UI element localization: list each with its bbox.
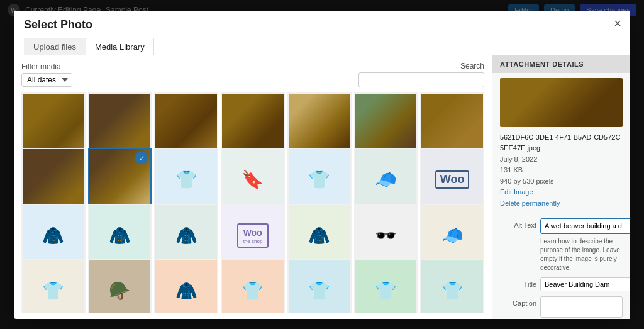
shirt5-icon: 👕 bbox=[308, 281, 330, 301]
media-item-selected[interactable]: ✓ bbox=[88, 148, 152, 212]
caption-row: Caption bbox=[500, 296, 623, 318]
shirt3-icon: 👕 bbox=[42, 281, 64, 301]
attachment-dimensions: 940 by 530 pixels bbox=[500, 176, 623, 187]
sunglasses-icon: 🕶️ bbox=[375, 225, 397, 246]
media-item[interactable]: 👕 bbox=[154, 148, 218, 212]
modal-overlay: Select Photo Upload files Media Library … bbox=[0, 0, 644, 329]
title-input[interactable] bbox=[540, 277, 630, 291]
modal-header: Select Photo Upload files Media Library … bbox=[14, 11, 630, 55]
media-item[interactable] bbox=[154, 92, 218, 157]
title-label: Title bbox=[500, 277, 536, 288]
media-item[interactable] bbox=[221, 92, 285, 157]
modal-header-left: Select Photo Upload files Media Library bbox=[24, 18, 154, 55]
modal-body: Filter media All dates Search bbox=[14, 55, 630, 319]
media-item[interactable]: 🪖 bbox=[88, 259, 152, 313]
tabs: Upload files Media Library bbox=[24, 38, 154, 55]
woo2-label: Woo bbox=[243, 228, 262, 238]
media-item[interactable]: 👕 bbox=[221, 259, 285, 313]
media-item[interactable] bbox=[420, 92, 484, 157]
media-item[interactable]: 👕 bbox=[21, 259, 86, 313]
attachment-thumbnail bbox=[492, 73, 630, 132]
media-item-woo[interactable]: Woo bbox=[420, 148, 484, 212]
caption-input[interactable] bbox=[540, 296, 623, 318]
media-item[interactable]: 🧥 bbox=[154, 204, 218, 268]
alt-text-label: Alt Text bbox=[500, 218, 536, 229]
hoodie3-icon: 🧥 bbox=[308, 225, 330, 246]
edit-image-link[interactable]: Edit Image bbox=[500, 188, 533, 196]
shirt7-icon: 👕 bbox=[441, 281, 464, 301]
attachment-date: July 8, 2022 bbox=[500, 154, 623, 165]
longsleeve-icon: 🧥 bbox=[42, 225, 64, 246]
attachment-filesize: 131 KB bbox=[500, 165, 623, 176]
hoodie4-icon: 🧥 bbox=[175, 281, 197, 301]
media-item[interactable]: 🧢 bbox=[354, 148, 418, 212]
media-item[interactable] bbox=[354, 92, 418, 157]
title-row: Title bbox=[500, 277, 623, 291]
shirt4-icon: 👕 bbox=[242, 281, 264, 301]
filter-label: Filter media bbox=[21, 62, 72, 71]
hat-icon: 🧢 bbox=[375, 169, 397, 190]
thumbnail-image bbox=[500, 78, 623, 127]
attachment-meta: 5621DF6C-3DE1-4F71-B5AD-CD572C5EE47E.jpe… bbox=[492, 132, 630, 215]
tab-upload-files[interactable]: Upload files bbox=[24, 38, 86, 55]
delete-permanently-link[interactable]: Delete permanently bbox=[500, 199, 560, 207]
media-item[interactable]: 👕 bbox=[420, 259, 484, 313]
shirt6-icon: 👕 bbox=[375, 281, 397, 301]
shirt-icon: 👕 bbox=[175, 169, 197, 190]
search-label: Search bbox=[460, 62, 484, 70]
alt-text-input[interactable] bbox=[540, 218, 630, 234]
media-item[interactable]: 🧢 bbox=[420, 204, 484, 268]
attachment-details-panel: ATTACHMENT DETAILS 5621DF6C-3DE1-4F71-B5… bbox=[492, 55, 630, 319]
caption-label: Caption bbox=[500, 296, 536, 307]
modal-title: Select Photo bbox=[24, 18, 154, 31]
attachment-details-header: ATTACHMENT DETAILS bbox=[492, 55, 630, 73]
media-item[interactable] bbox=[21, 148, 86, 212]
media-item[interactable] bbox=[21, 92, 86, 157]
filter-select[interactable]: All dates bbox=[21, 73, 72, 87]
belt-icon: 🪖 bbox=[109, 281, 131, 301]
alt-text-description: Learn how to describe the purpose of the… bbox=[540, 237, 630, 272]
pennant-icon: 🔖 bbox=[242, 169, 264, 190]
alt-text-row: Alt Text Learn how to describe the purpo… bbox=[500, 218, 623, 272]
hoodie-icon: 🧥 bbox=[109, 225, 131, 246]
media-item-woo2[interactable]: Woo the shop bbox=[221, 204, 285, 268]
media-item[interactable]: 🔖 bbox=[221, 148, 285, 212]
filter-area: Filter media All dates bbox=[21, 62, 72, 87]
media-item[interactable] bbox=[287, 92, 352, 157]
media-item[interactable]: 👕 bbox=[354, 259, 418, 313]
media-item[interactable]: 👕 bbox=[287, 259, 352, 313]
attachment-fields: Alt Text Learn how to describe the purpo… bbox=[492, 215, 630, 319]
hoodie2-icon: 🧥 bbox=[175, 225, 197, 246]
media-item[interactable]: 🕶️ bbox=[354, 204, 418, 268]
media-toolbar: Filter media All dates Search bbox=[21, 62, 484, 87]
select-photo-modal: Select Photo Upload files Media Library … bbox=[14, 11, 630, 319]
woo-label: Woo bbox=[435, 170, 470, 189]
media-grid: ✓ 👕 🔖 bbox=[21, 92, 484, 313]
media-panel: Filter media All dates Search bbox=[14, 55, 492, 319]
media-item[interactable]: 👕 bbox=[287, 148, 352, 212]
media-item[interactable]: 🧥 bbox=[88, 204, 152, 268]
media-item[interactable]: 🧥 bbox=[21, 204, 86, 268]
media-item[interactable] bbox=[88, 92, 152, 157]
search-input[interactable] bbox=[358, 72, 484, 87]
shirt2-icon: 👕 bbox=[308, 169, 330, 190]
cap-icon: 🧢 bbox=[441, 225, 464, 246]
search-area: Search bbox=[358, 62, 484, 87]
close-button[interactable]: × bbox=[614, 17, 621, 30]
media-item[interactable]: 🧥 bbox=[154, 259, 218, 313]
alt-text-area: Learn how to describe the purpose of the… bbox=[540, 218, 630, 272]
attachment-filename: 5621DF6C-3DE1-4F71-B5AD-CD572C5EE47E.jpe… bbox=[500, 132, 623, 154]
media-item[interactable]: 🧥 bbox=[287, 204, 352, 268]
tab-media-library[interactable]: Media Library bbox=[86, 38, 154, 55]
